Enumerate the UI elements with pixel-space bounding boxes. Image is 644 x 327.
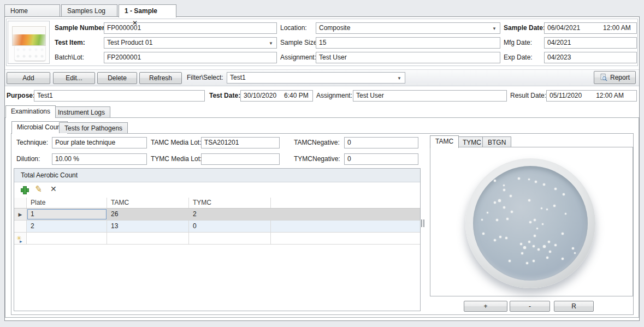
exp-date-label: Exp Date:	[504, 52, 533, 63]
cell-tymc[interactable]	[189, 233, 271, 244]
column-header-plate[interactable]: Plate	[27, 198, 107, 208]
tymc-negative-field[interactable]: 0	[344, 153, 418, 165]
tab-tests-for-pathogens[interactable]: Tests for Pathogens	[59, 122, 128, 133]
panel-splitter[interactable]	[421, 219, 426, 228]
column-header-tymc[interactable]: TYMC	[189, 198, 271, 208]
reset-button[interactable]: R	[554, 301, 594, 312]
tab-examinations[interactable]: Examinations	[5, 105, 56, 118]
new-row-icon: ✳ ▸	[16, 234, 24, 242]
colony-dot	[482, 233, 485, 235]
colony-dot	[503, 206, 505, 209]
tab-instrument-logs[interactable]: Instrument Logs	[52, 106, 110, 117]
zoom-out-button[interactable]: -	[510, 301, 550, 312]
cell-plate[interactable]: 2	[27, 221, 107, 232]
close-tab-icon[interactable]: ✕	[132, 17, 138, 29]
sample-date-field[interactable]: 06/04/2021 12:00 AM	[544, 22, 637, 34]
delete-row-icon[interactable]: ✕	[50, 185, 57, 193]
result-date-field[interactable]: 05/11/2020 12:00 AM	[546, 90, 637, 102]
test-date-label: Test Date:	[209, 90, 240, 102]
cell-plate[interactable]	[27, 233, 107, 244]
cell-tamc[interactable]: 13	[107, 221, 189, 232]
delete-button[interactable]: Delete	[97, 72, 137, 84]
total-aerobic-count-group: Total Aerobic Count ✎ ✕ Plate TAMC TYMC …	[14, 168, 421, 311]
colony-dot	[494, 201, 496, 204]
cell-tymc[interactable]: 0	[189, 221, 271, 232]
colony-dot	[503, 189, 505, 191]
grid-toolbar: ✎ ✕	[14, 182, 420, 198]
purpose-label: Purpose:	[7, 90, 35, 102]
app-window: Home Samples Log 1 - Sample ✕ Sample Num…	[0, 0, 644, 327]
colony-dot	[572, 247, 574, 249]
assignment-field[interactable]: Test User	[316, 52, 500, 63]
zoom-in-button[interactable]: +	[464, 301, 507, 312]
column-header-tamc[interactable]: TAMC	[107, 198, 189, 208]
add-row-icon[interactable]	[21, 186, 28, 194]
table-row[interactable]: ▶1262	[14, 209, 420, 221]
sample-size-field[interactable]: 15	[316, 37, 500, 49]
batch-lot-field[interactable]: FP2000001	[104, 52, 277, 63]
location-label: Location:	[280, 22, 307, 34]
tab-btgn-image[interactable]: BTGN	[482, 136, 511, 147]
colony-dot	[520, 243, 522, 245]
current-row-arrow-icon: ▶	[19, 212, 22, 217]
colony-dot	[542, 223, 543, 225]
add-button[interactable]: Add	[7, 72, 50, 84]
colony-dot	[562, 233, 564, 235]
colony-dot	[503, 185, 505, 186]
tab-home-label: Home	[10, 7, 28, 15]
dilution-field[interactable]: 10.00 %	[52, 153, 147, 165]
colony-dot	[536, 228, 538, 229]
refresh-button[interactable]: Refresh	[139, 72, 182, 84]
tymc-media-lot-field[interactable]	[201, 153, 280, 165]
report-button[interactable]: Report	[594, 71, 636, 84]
cell-tamc[interactable]: 26	[107, 209, 189, 220]
tab-tamc-image[interactable]: TAMC	[430, 135, 459, 148]
filter-select-dropdown[interactable]: Test1 ▼	[227, 72, 405, 84]
plate-photo-area	[430, 147, 633, 296]
colony-dot	[543, 245, 546, 248]
cell-tamc[interactable]	[107, 233, 189, 244]
colony-dot	[528, 241, 530, 243]
purpose-field[interactable]: Test1	[34, 90, 205, 102]
row-header[interactable]	[14, 221, 27, 232]
chevron-down-icon[interactable]: ▼	[269, 38, 273, 49]
location-dropdown[interactable]: Composite ▼	[316, 22, 500, 34]
tab-sample[interactable]: 1 - Sample ✕	[119, 4, 176, 17]
colony-dot	[494, 180, 496, 182]
colony-dot	[574, 252, 576, 254]
column-header-filler	[271, 198, 420, 208]
chevron-down-icon[interactable]: ▼	[492, 23, 497, 34]
chevron-down-icon[interactable]: ▼	[397, 73, 401, 84]
edit-row-icon[interactable]: ✎	[34, 183, 43, 195]
mfg-date-field[interactable]: 04/2021	[544, 37, 637, 49]
table-row[interactable]: 2130	[14, 221, 420, 233]
test-assignment-field[interactable]: Test User	[353, 90, 507, 102]
plate-counts-grid: Plate TAMC TYMC ▶12622130 ✳ ▸	[14, 198, 420, 245]
exp-date-field[interactable]: 04/2023	[544, 52, 637, 63]
tamc-media-lot-label: TAMC Media Lot:	[151, 137, 201, 148]
new-row[interactable]: ✳ ▸	[14, 233, 420, 245]
cell-tymc[interactable]: 2	[189, 209, 271, 220]
agar-surface	[473, 166, 588, 281]
colony-dot	[533, 245, 535, 247]
group-title: Total Aerobic Count	[14, 169, 420, 182]
colony-dot	[546, 257, 548, 259]
cell-plate[interactable]: 1	[27, 209, 107, 220]
tab-home[interactable]: Home	[4, 4, 60, 17]
test-date-field[interactable]: 30/10/2020 6:40 PM	[240, 90, 313, 102]
row-header[interactable]: ▶	[14, 209, 27, 220]
cell-fill	[271, 209, 420, 220]
colony-dot	[534, 235, 536, 237]
tamc-media-lot-field[interactable]: TSA201201	[201, 137, 280, 148]
test-item-dropdown[interactable]: Test Product 01 ▼	[104, 37, 277, 49]
product-image	[8, 21, 50, 64]
technique-field[interactable]: Pour plate technique	[52, 137, 147, 148]
tamc-negative-field[interactable]: 0	[344, 137, 418, 148]
plate-image-panel: TAMC TYMC BTGN + - R	[426, 134, 637, 316]
colony-dot	[537, 248, 540, 251]
tymc-media-lot-label: TYMC Media Lot:	[151, 153, 202, 165]
tab-samples-log[interactable]: Samples Log	[61, 4, 117, 17]
filter-select-label: Filter\Select:	[187, 72, 223, 84]
edit-button[interactable]: Edit...	[53, 72, 95, 84]
colony-dot	[481, 219, 483, 221]
